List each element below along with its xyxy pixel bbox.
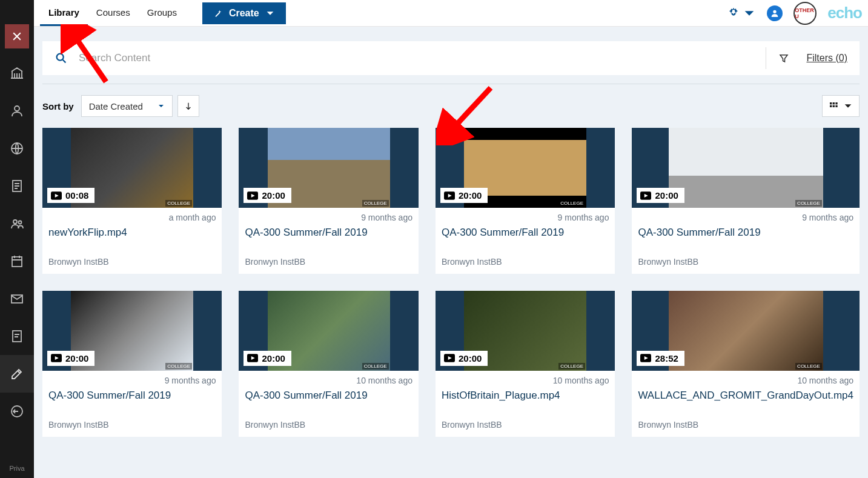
svg-rect-15: [830, 105, 832, 107]
card-title[interactable]: QA-300 Summer/Fall 2019: [245, 226, 412, 240]
card-author: Bronwyn InstBB: [638, 257, 853, 267]
card-body: 10 months ago WALLACE_AND_GROMIT_GrandDa…: [632, 371, 860, 437]
svg-rect-5: [12, 257, 22, 267]
video-thumbnail[interactable]: COLLEGE 28:52: [632, 291, 860, 371]
close-button[interactable]: [5, 24, 29, 48]
video-thumbnail[interactable]: COLLEGE 20:00: [632, 128, 860, 208]
tab-courses[interactable]: Courses: [88, 1, 139, 26]
video-thumbnail[interactable]: COLLEGE 20:00: [436, 128, 615, 208]
svg-rect-14: [835, 102, 837, 104]
card-author: Bronwyn InstBB: [245, 257, 412, 267]
watermark: COLLEGE: [795, 200, 822, 207]
duration-text: 20:00: [65, 353, 88, 363]
card-author: Bronwyn InstBB: [48, 420, 216, 430]
people-icon: [10, 216, 24, 231]
card-title[interactable]: newYorkFlip.mp4: [48, 226, 216, 240]
sort-select[interactable]: Date Created: [81, 95, 173, 117]
echo-logo[interactable]: echo: [827, 4, 862, 22]
svg-point-4: [19, 221, 22, 224]
sidebar-item-profile[interactable]: [0, 92, 34, 130]
svg-rect-16: [833, 105, 835, 107]
video-thumbnail[interactable]: COLLEGE 20:00: [239, 291, 418, 371]
gear-icon: [727, 7, 740, 20]
sidebar-item-institution[interactable]: [0, 55, 34, 92]
watermark: COLLEGE: [558, 200, 585, 207]
card-title[interactable]: QA-300 Summer/Fall 2019: [245, 389, 412, 403]
card-title[interactable]: QA-300 Summer/Fall 2019: [48, 389, 216, 403]
play-icon: [640, 354, 651, 362]
svg-point-9: [732, 10, 735, 13]
institution-icon: [10, 66, 24, 81]
video-card[interactable]: COLLEGE 28:52 10 months ago WALLACE_AND_…: [632, 291, 860, 437]
sidebar-item-globe[interactable]: [0, 130, 34, 167]
grid-icon: [829, 101, 838, 111]
card-date: a month ago: [48, 213, 216, 222]
watermark: COLLEGE: [165, 200, 192, 207]
sidebar-item-messages[interactable]: [0, 280, 34, 317]
view-toggle[interactable]: [822, 95, 860, 117]
sidebar-item-calendar[interactable]: [0, 242, 34, 280]
wand-icon: [213, 8, 223, 18]
caret-down-icon: [843, 101, 853, 111]
duration-text: 20:00: [655, 190, 678, 201]
sidebar-item-groups[interactable]: [0, 205, 34, 242]
video-card[interactable]: COLLEGE 20:00 9 months ago QA-300 Summer…: [436, 128, 615, 274]
video-thumbnail[interactable]: COLLEGE 20:00: [436, 291, 615, 371]
create-label: Create: [229, 8, 259, 19]
duration-badge: 00:08: [47, 188, 94, 203]
card-body: 9 months ago QA-300 Summer/Fall 2019 Bro…: [436, 208, 615, 274]
video-card[interactable]: COLLEGE 20:00 9 months ago QA-300 Summer…: [239, 128, 418, 274]
sidebar-item-notes[interactable]: [0, 317, 34, 355]
duration-badge: 20:00: [637, 188, 684, 203]
sidebar-item-document[interactable]: [0, 167, 34, 205]
close-icon: [11, 30, 23, 42]
card-title[interactable]: HistOfBritain_Plague.mp4: [442, 389, 609, 403]
watermark: COLLEGE: [362, 200, 389, 207]
globe-icon: [10, 141, 24, 156]
tab-groups[interactable]: Groups: [139, 1, 185, 26]
video-thumbnail[interactable]: COLLEGE 00:08: [42, 128, 222, 208]
duration-text: 00:08: [65, 190, 88, 201]
duration-badge: 20:00: [244, 351, 291, 366]
sort-direction-button[interactable]: [177, 95, 199, 117]
card-title[interactable]: WALLACE_AND_GROMIT_GrandDayOut.mp4: [638, 389, 853, 403]
filters-button[interactable]: Filters (0): [778, 53, 847, 64]
svg-point-3: [13, 220, 17, 224]
create-button[interactable]: Create: [202, 2, 286, 24]
sidebar-item-signout[interactable]: [0, 393, 34, 430]
play-icon: [51, 354, 62, 362]
video-card[interactable]: COLLEGE 20:00 9 months ago QA-300 Summer…: [632, 128, 860, 274]
video-card[interactable]: COLLEGE 20:00 9 months ago QA-300 Summer…: [42, 291, 222, 437]
echo-text: echo: [827, 4, 862, 22]
caret-down-icon: [157, 102, 165, 110]
tab-library[interactable]: Library: [40, 1, 88, 26]
video-card[interactable]: COLLEGE 00:08 a month ago newYorkFlip.mp…: [42, 128, 222, 274]
svg-rect-17: [835, 105, 837, 107]
svg-rect-12: [830, 102, 832, 104]
video-card[interactable]: COLLEGE 20:00 10 months ago HistOfBritai…: [436, 291, 615, 437]
card-body: 9 months ago QA-300 Summer/Fall 2019 Bro…: [239, 208, 418, 274]
left-sidebar: Priva: [0, 0, 34, 478]
person-icon: [10, 104, 24, 118]
watermark: COLLEGE: [165, 363, 192, 370]
video-thumbnail[interactable]: COLLEGE 20:00: [239, 128, 418, 208]
play-icon: [247, 354, 258, 362]
document-icon: [10, 179, 24, 193]
sidebar-item-edit[interactable]: [0, 355, 34, 393]
video-thumbnail[interactable]: COLLEGE 20:00: [42, 291, 222, 371]
card-title[interactable]: QA-300 Summer/Fall 2019: [442, 226, 609, 240]
card-body: 9 months ago QA-300 Summer/Fall 2019 Bro…: [42, 371, 222, 437]
topbar-right: OTHER U echo: [727, 2, 862, 25]
sort-value: Date Created: [89, 101, 143, 111]
account-button[interactable]: [767, 5, 783, 21]
settings-menu[interactable]: [727, 7, 756, 20]
top-bar: Library Courses Groups Create OTHER U ec…: [34, 0, 868, 27]
card-author: Bronwyn InstBB: [245, 420, 412, 430]
org-logo[interactable]: OTHER U: [793, 2, 817, 25]
play-icon: [247, 191, 258, 200]
nav-tabs: Library Courses Groups: [40, 1, 185, 26]
search-input[interactable]: [79, 52, 754, 64]
video-card[interactable]: COLLEGE 20:00 10 months ago QA-300 Summe…: [239, 291, 418, 437]
card-title[interactable]: QA-300 Summer/Fall 2019: [638, 226, 853, 240]
sort-by-label: Sort by: [42, 101, 74, 111]
